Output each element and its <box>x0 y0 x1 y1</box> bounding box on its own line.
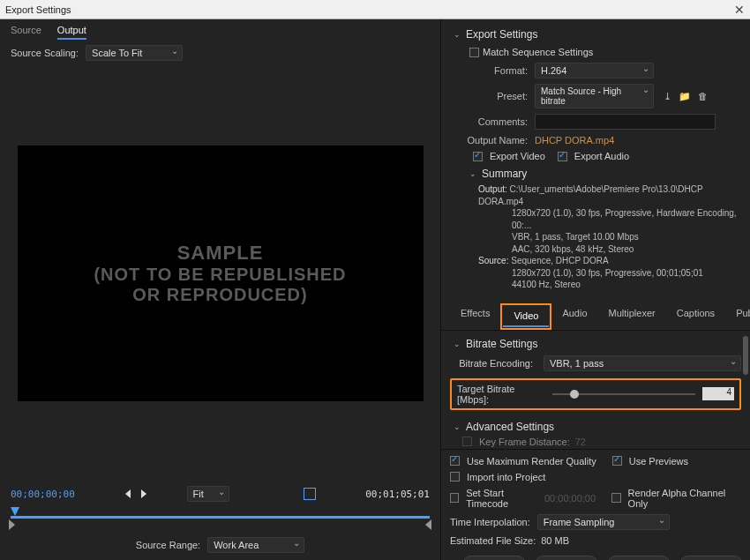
playhead-icon[interactable] <box>11 507 19 516</box>
target-bitrate-label: Target Bitrate [Mbps]: <box>457 384 545 405</box>
timeline-controls: 00;00;00;00 Fit 00;01;05;01 <box>0 479 440 532</box>
preset-dropdown[interactable]: Match Source - High bitrate <box>535 84 654 108</box>
source-range-label: Source Range: <box>136 540 200 550</box>
export-video-checkbox[interactable] <box>473 152 483 161</box>
delete-preset-icon[interactable]: 🗑 <box>696 90 709 102</box>
tab-video[interactable]: Video <box>503 306 549 327</box>
tab-multiplexer[interactable]: Multiplexer <box>598 303 666 330</box>
start-timecode[interactable]: 00;00;00;00 <box>11 489 75 500</box>
preview-text-3: OR REPRODUCED) <box>132 285 307 305</box>
highlight-target-bitrate: Target Bitrate [Mbps]: 4 <box>450 378 741 410</box>
save-preset-icon[interactable]: ⤓ <box>661 90 673 102</box>
tab-audio[interactable]: Audio <box>551 303 597 330</box>
export-settings-header[interactable]: ⌄ Export Settings <box>454 25 738 44</box>
output-name-link[interactable]: DHCP DORA.mp4 <box>535 135 614 146</box>
lower-options: Use Maximum Render Quality Use Previews … <box>441 449 750 561</box>
chevron-down-icon: ⌄ <box>454 30 461 39</box>
step-back-icon[interactable] <box>125 489 131 498</box>
use-previews-checkbox[interactable] <box>612 456 622 466</box>
time-interp-dropdown[interactable]: Frame Sampling <box>537 514 670 530</box>
tab-publish[interactable]: Publish <box>725 303 750 330</box>
highlight-video-tab: Video <box>500 303 551 330</box>
keyframe-label: Key Frame Distance: <box>479 437 570 447</box>
cancel-button[interactable]: Cancel <box>679 556 743 561</box>
output-name-label: Output Name: <box>454 135 535 146</box>
tab-source[interactable]: Source <box>11 25 41 40</box>
keyframe-value: 72 <box>575 437 586 447</box>
source-range-row: Source Range: Work Area <box>0 532 440 560</box>
comments-input[interactable] <box>535 114 716 130</box>
summary-body: Output: C:\User_uments\Adobe\Premiere Pr… <box>454 183 738 291</box>
advanced-header[interactable]: ⌄ Advanced Settings <box>441 414 750 435</box>
preview-video: SAMPLE (NOT TO BE REPUBLISHED OR REPRODU… <box>18 146 424 401</box>
target-bitrate-input[interactable]: 4 <box>702 387 734 400</box>
import-preset-icon[interactable]: 📁 <box>679 90 691 102</box>
metadata-button[interactable]: Metadata... <box>462 556 526 561</box>
bitrate-encoding-dropdown[interactable]: VBR, 1 pass <box>544 355 741 371</box>
main-area: Source Output Source Scaling: Scale To F… <box>0 19 750 560</box>
import-project-checkbox[interactable] <box>450 472 460 482</box>
crop-icon[interactable] <box>304 488 316 500</box>
left-tabs: Source Output <box>0 19 440 40</box>
format-label: Format: <box>454 65 535 76</box>
window-title: Export Settings <box>5 4 71 15</box>
source-range-dropdown[interactable]: Work Area <box>207 537 304 553</box>
source-scaling-dropdown[interactable]: Scale To Fit <box>86 45 183 61</box>
export-button[interactable]: Export <box>607 556 671 561</box>
comments-label: Comments: <box>454 116 535 127</box>
settings-tabbar: Effects Video Audio Multiplexer Captions… <box>441 296 750 331</box>
bitrate-header[interactable]: ⌄ Bitrate Settings <box>441 331 750 352</box>
source-scaling-row: Source Scaling: Scale To Fit <box>0 40 440 66</box>
right-panel: ⌄ Export Settings Match Sequence Setting… <box>441 19 750 560</box>
format-dropdown[interactable]: H.264 <box>535 63 654 78</box>
timeline-slider[interactable] <box>11 504 430 525</box>
preset-label: Preset: <box>454 91 535 101</box>
tab-output[interactable]: Output <box>57 25 86 40</box>
preview-text-1: SAMPLE <box>177 242 264 265</box>
preview-text-2: (NOT TO BE REPUBLISHED <box>94 265 346 285</box>
keyframe-row: Key Frame Distance: 72 <box>441 435 750 449</box>
export-audio-label: Export Audio <box>574 151 629 161</box>
chevron-down-icon: ⌄ <box>469 169 476 178</box>
match-sequence-checkbox[interactable] <box>469 48 479 57</box>
chevron-down-icon: ⌄ <box>454 340 461 348</box>
render-alpha-checkbox[interactable] <box>611 493 620 503</box>
max-quality-checkbox[interactable] <box>450 456 460 466</box>
chevron-down-icon: ⌄ <box>454 422 461 431</box>
action-buttons: Metadata... Queue Export Cancel <box>450 549 741 561</box>
export-video-label: Export Video <box>490 151 545 161</box>
close-icon[interactable]: ✕ <box>734 3 745 17</box>
export-audio-checkbox[interactable] <box>558 152 567 161</box>
source-scaling-label: Source Scaling: <box>11 48 79 58</box>
export-settings-section: ⌄ Export Settings Match Sequence Setting… <box>441 19 750 296</box>
match-sequence-label: Match Sequence Settings <box>483 47 593 57</box>
preview-area: SAMPLE (NOT TO BE REPUBLISHED OR REPRODU… <box>0 66 440 479</box>
title-bar: Export Settings ✕ <box>0 0 750 19</box>
end-timecode: 00;01;05;01 <box>365 489 430 500</box>
tab-effects[interactable]: Effects <box>450 303 500 330</box>
left-panel: Source Output Source Scaling: Scale To F… <box>0 19 441 560</box>
out-point-icon[interactable] <box>425 519 431 530</box>
summary-header[interactable]: ⌄ Summary <box>454 164 738 183</box>
est-size-label: Estimated File Size: <box>450 535 536 546</box>
zoom-fit-dropdown[interactable]: Fit <box>187 486 229 502</box>
in-point-icon[interactable] <box>9 519 15 530</box>
keyframe-checkbox[interactable] <box>462 437 472 446</box>
bitrate-encoding-label: Bitrate Encoding: <box>450 358 538 369</box>
time-interp-label: Time Interpolation: <box>450 517 530 527</box>
target-bitrate-slider[interactable] <box>552 393 695 395</box>
scrollbar-thumb[interactable] <box>743 336 748 375</box>
step-forward-icon[interactable] <box>141 489 146 498</box>
queue-button[interactable]: Queue <box>535 556 598 561</box>
est-size-value: 80 MB <box>541 535 569 546</box>
tab-captions[interactable]: Captions <box>666 303 725 330</box>
set-start-tc-checkbox[interactable] <box>450 493 459 503</box>
